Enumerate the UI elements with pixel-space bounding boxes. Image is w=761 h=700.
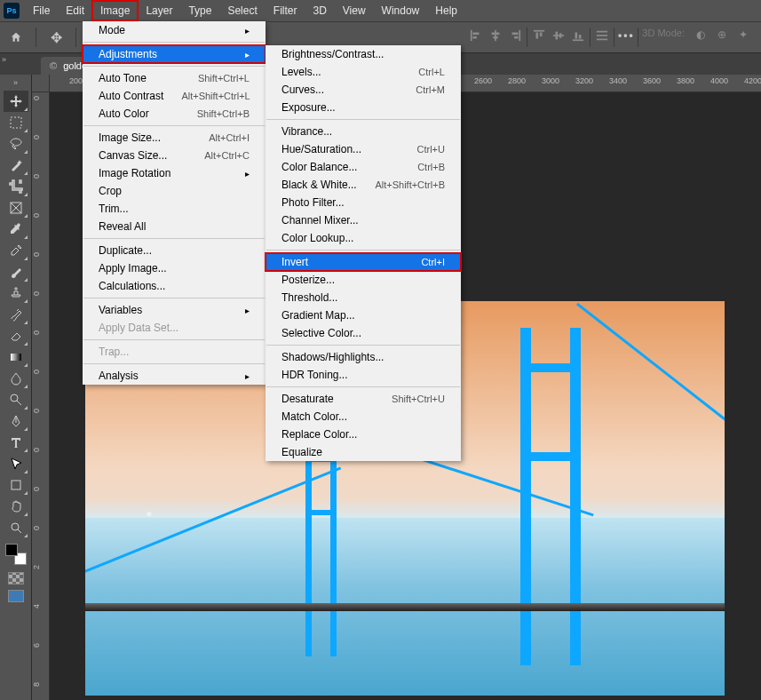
menu-item-auto-contrast[interactable]: Auto ContrastAlt+Shift+Ctrl+L	[83, 87, 266, 105]
menu-item-duplicate[interactable]: Duplicate...	[83, 242, 266, 259]
screen-mode-icon[interactable]	[8, 590, 24, 602]
menu-item-label: Brightness/Contrast...	[281, 48, 384, 60]
more-options-icon[interactable]: •••	[618, 28, 634, 44]
shape-tool[interactable]	[4, 474, 28, 496]
move-tool[interactable]	[4, 91, 28, 112]
menu-item-gradient-map[interactable]: Gradient Map...	[266, 306, 461, 324]
separator	[638, 28, 638, 47]
path-selection-tool[interactable]	[4, 453, 28, 474]
menu-item-reveal-all[interactable]: Reveal All	[83, 218, 266, 235]
distribute-icon[interactable]	[594, 28, 610, 44]
clone-stamp-tool[interactable]	[4, 282, 28, 304]
gradient-tool[interactable]	[4, 346, 28, 368]
marquee-tool[interactable]	[4, 112, 28, 133]
blur-tool[interactable]	[4, 368, 28, 389]
menu-item-trim[interactable]: Trim...	[83, 200, 266, 218]
menu-item-invert[interactable]: InvertCtrl+I	[266, 253, 461, 271]
home-button[interactable]	[5, 27, 27, 48]
brush-tool[interactable]	[4, 261, 28, 282]
menu-item-crop[interactable]: Crop	[83, 182, 266, 200]
color-swatch[interactable]	[5, 544, 27, 565]
menu-item-apply-image[interactable]: Apply Image...	[83, 259, 266, 277]
ruler-vertical[interactable]: 0000000000002468	[32, 92, 50, 700]
align-center-h-icon[interactable]	[488, 28, 503, 44]
magic-wand-tool[interactable]	[4, 155, 28, 176]
menu-window[interactable]: Window	[374, 1, 428, 20]
menu-item-channel-mixer[interactable]: Channel Mixer...	[266, 211, 461, 229]
align-center-v-icon[interactable]	[551, 28, 567, 44]
align-top-icon[interactable]	[531, 28, 547, 44]
menu-help[interactable]: Help	[427, 1, 465, 20]
3d-orbit-icon[interactable]: ◐	[694, 28, 708, 42]
menu-separator	[266, 250, 460, 251]
eyedropper-tool[interactable]	[4, 219, 28, 240]
menu-item-photo-filter[interactable]: Photo Filter...	[266, 194, 461, 211]
history-brush-tool[interactable]	[4, 304, 28, 325]
align-left-icon[interactable]	[468, 28, 484, 44]
menu-item-auto-tone[interactable]: Auto ToneShift+Ctrl+L	[83, 69, 266, 87]
panel-collapse-icon[interactable]: »	[2, 55, 6, 64]
menu-item-match-color[interactable]: Match Color...	[266, 408, 461, 426]
menu-item-adjustments[interactable]: Adjustments	[83, 45, 266, 63]
quick-mask-icon[interactable]	[8, 572, 24, 585]
frame-tool[interactable]	[4, 197, 28, 219]
eraser-tool[interactable]	[4, 325, 28, 346]
menu-item-levels[interactable]: Levels...Ctrl+L	[266, 63, 461, 81]
menu-item-shadows-highlights[interactable]: Shadows/Highlights...	[266, 348, 461, 366]
menu-item-hue-saturation[interactable]: Hue/Saturation...Ctrl+U	[266, 140, 461, 158]
menu-item-label: HDR Toning...	[281, 369, 347, 381]
menu-item-color-lookup[interactable]: Color Lookup...	[266, 229, 461, 247]
3d-pan-icon[interactable]: ⊕	[715, 28, 729, 42]
menu-layer[interactable]: Layer	[138, 1, 180, 20]
move-tool-indicator-icon[interactable]: ✥	[45, 27, 67, 48]
menu-3d[interactable]: 3D	[305, 1, 334, 20]
menu-item-black-white[interactable]: Black & White...Alt+Shift+Ctrl+B	[266, 176, 461, 194]
menu-select[interactable]: Select	[219, 1, 265, 20]
menu-type[interactable]: Type	[180, 1, 219, 20]
menu-item-auto-color[interactable]: Auto ColorShift+Ctrl+B	[83, 105, 266, 123]
type-tool[interactable]	[4, 432, 28, 453]
healing-brush-tool[interactable]	[4, 240, 28, 261]
svg-rect-20	[597, 39, 607, 41]
align-right-icon[interactable]	[507, 28, 523, 44]
align-bottom-icon[interactable]	[570, 28, 586, 44]
toolstrip-collapse-icon[interactable]: »	[13, 78, 18, 91]
dodge-tool[interactable]	[4, 389, 28, 410]
menu-file[interactable]: File	[25, 1, 58, 20]
menu-item-label: Black & White...	[281, 179, 357, 191]
svg-rect-11	[540, 33, 543, 36]
menu-item-canvas-size[interactable]: Canvas Size...Alt+Ctrl+C	[83, 147, 266, 164]
menu-item-curves[interactable]: Curves...Ctrl+M	[266, 81, 461, 99]
hand-tool[interactable]	[4, 496, 28, 517]
menu-view[interactable]: View	[335, 1, 374, 20]
crop-tool[interactable]	[4, 176, 28, 197]
menu-edit[interactable]: Edit	[58, 1, 92, 20]
menu-item-image-rotation[interactable]: Image Rotation	[83, 164, 266, 182]
menu-item-mode[interactable]: Mode	[83, 21, 266, 39]
svg-rect-0	[471, 30, 472, 41]
menu-item-label: Levels...	[281, 66, 321, 78]
menu-item-color-balance[interactable]: Color Balance...Ctrl+B	[266, 158, 461, 176]
menu-item-hdr-toning[interactable]: HDR Toning...	[266, 366, 461, 384]
pen-tool[interactable]	[4, 410, 28, 432]
menu-filter[interactable]: Filter	[266, 1, 305, 20]
menu-item-replace-color[interactable]: Replace Color...	[266, 426, 461, 443]
menu-image[interactable]: Image	[92, 1, 138, 20]
menu-item-variables[interactable]: Variables	[83, 301, 266, 319]
menu-item-analysis[interactable]: Analysis	[83, 367, 266, 385]
zoom-tool[interactable]	[4, 517, 28, 538]
menu-item-image-size[interactable]: Image Size...Alt+Ctrl+I	[83, 129, 266, 147]
menu-item-posterize[interactable]: Posterize...	[266, 271, 461, 289]
menu-item-selective-color[interactable]: Selective Color...	[266, 324, 461, 342]
ruler-tick-label: 0	[32, 448, 50, 452]
menu-item-equalize[interactable]: Equalize	[266, 443, 461, 461]
menu-item-brightness-contrast[interactable]: Brightness/Contrast...	[266, 45, 461, 63]
menu-item-threshold[interactable]: Threshold...	[266, 289, 461, 306]
separator	[590, 28, 591, 47]
menu-item-exposure[interactable]: Exposure...	[266, 99, 461, 116]
menu-item-vibrance[interactable]: Vibrance...	[266, 123, 461, 140]
menu-item-desaturate[interactable]: DesaturateShift+Ctrl+U	[266, 390, 461, 408]
menu-item-calculations[interactable]: Calculations...	[83, 277, 266, 295]
3d-scale-icon[interactable]: ✦	[736, 28, 750, 42]
lasso-tool[interactable]	[4, 133, 28, 155]
